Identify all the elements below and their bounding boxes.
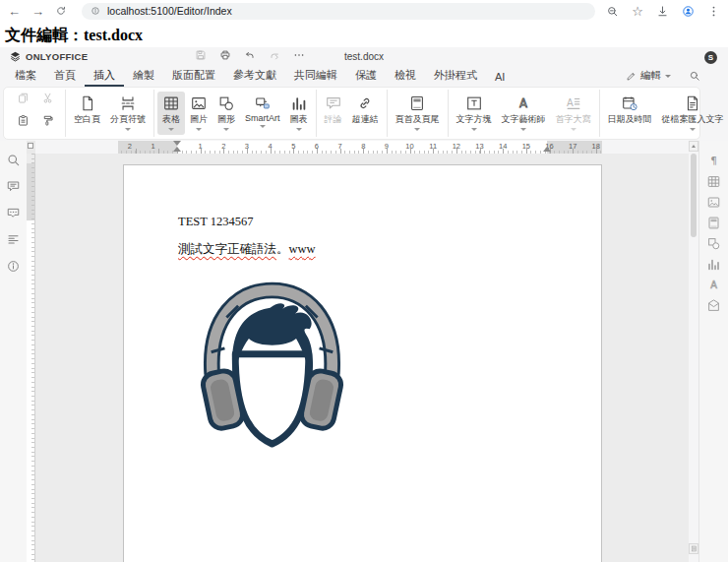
user-avatar[interactable]: S [704, 51, 717, 64]
paste-button[interactable] [15, 114, 31, 127]
ruler-number: 1 [142, 142, 165, 151]
page-title: 文件編輯：test.docx [0, 22, 728, 47]
toolbar-button[interactable]: 從檔案匯入文字 [657, 92, 728, 135]
scroll-up-button[interactable] [689, 141, 698, 152]
spellcheck-word: www [289, 242, 316, 256]
format-painter-button[interactable] [39, 114, 56, 127]
toolbar-button-icon [79, 94, 96, 112]
right-sidebar-icon[interactable] [706, 195, 721, 210]
ribbon-tab[interactable]: 檢視 [386, 65, 425, 87]
paragraph-1[interactable]: TEST 1234567 [178, 215, 254, 229]
ribbon-tab[interactable]: 版面配置 [163, 65, 224, 87]
toolbar-button-icon [356, 94, 374, 112]
right-sidebar-icon[interactable] [706, 154, 721, 168]
horizontal-ruler[interactable]: 21 123456789101112131415161718 [118, 141, 602, 154]
scrollbar-thumb[interactable] [691, 154, 697, 237]
ruler-number: 6 [305, 142, 329, 151]
right-sidebar-icon[interactable] [706, 216, 721, 230]
copy-button[interactable] [15, 92, 31, 104]
toolbar-button-icon [290, 94, 308, 112]
toolbar-button[interactable]: 日期及時間 [603, 92, 657, 135]
toolbar-button-icon [408, 94, 426, 112]
site-info-icon[interactable] [91, 6, 100, 16]
document-canvas[interactable]: TEST 1234567 測試文字正確語法。www [35, 154, 689, 562]
ruler-number: 2 [212, 142, 235, 151]
right-sidebar-icon[interactable] [706, 236, 721, 251]
toolbar-button[interactable]: 文字藝術師 [497, 92, 551, 135]
toolbar-button-icon [515, 94, 532, 112]
ribbon-tab[interactable]: 檔案 [6, 65, 45, 87]
cut-button[interactable] [39, 92, 56, 104]
ruler-number: 5 [281, 142, 305, 151]
reload-icon[interactable] [55, 5, 67, 17]
paragraph-2[interactable]: 測試文字正確語法。www [178, 241, 316, 258]
right-indent-marker[interactable] [543, 147, 551, 152]
toolbar-button[interactable]: 表格 [157, 92, 185, 135]
chevron-down-icon [665, 75, 671, 81]
toolbar-button[interactable]: 評論 [320, 92, 347, 135]
left-sidebar-icon[interactable] [6, 206, 21, 220]
ribbon-tab[interactable]: 參考文獻 [224, 65, 285, 87]
print-icon[interactable] [219, 49, 231, 61]
hanging-indent-marker[interactable] [173, 147, 181, 152]
ruler-number: 8 [351, 142, 375, 151]
editor-header: ONLYOFFICE test.docx S [0, 47, 728, 66]
right-sidebar-icon[interactable] [706, 174, 721, 189]
toolbar-button-icon [621, 94, 638, 112]
redo-icon[interactable] [269, 49, 280, 61]
headphones-man-image[interactable] [195, 279, 349, 455]
toolbar-button[interactable]: 圖表 [285, 92, 313, 135]
address-bar[interactable]: localhost:5100/Editor/Index [82, 3, 595, 20]
toolbar-button[interactable]: SmartArt [240, 92, 285, 135]
toolbar-button[interactable]: 圖片 [185, 92, 212, 135]
profile-avatar-icon[interactable] [682, 5, 695, 18]
editing-mode-selector[interactable]: 編輯 [626, 69, 671, 83]
first-line-indent-marker[interactable] [173, 141, 181, 146]
toolbar-button[interactable]: 文字方塊 [452, 92, 497, 135]
toolbar-button-icon [254, 94, 272, 112]
browser-menu-icon[interactable] [707, 5, 720, 18]
left-sidebar-icon[interactable] [6, 179, 21, 194]
download-icon[interactable] [656, 5, 669, 18]
toolbar-button-icon [325, 94, 342, 112]
right-sidebar-icon[interactable] [706, 257, 721, 272]
url-text: localhost:5100/Editor/Index [107, 5, 232, 17]
toolbar-button[interactable]: 首字大寫 [551, 92, 596, 135]
customize-quick-access-icon[interactable] [293, 49, 305, 61]
undo-icon[interactable] [244, 49, 256, 61]
ribbon-tab[interactable]: 共同編輯 [285, 65, 346, 87]
bookmark-star-icon[interactable]: ☆ [632, 5, 643, 18]
toolbar-button[interactable]: 圖形 [212, 92, 240, 135]
toolbar-button-icon [162, 94, 180, 112]
editor-search-icon[interactable] [689, 70, 700, 82]
toolbar-button[interactable]: 超連結 [347, 92, 384, 135]
forward-icon[interactable]: → [31, 5, 44, 18]
vertical-scrollbar[interactable] [689, 141, 698, 562]
left-sidebar-icon[interactable] [6, 153, 21, 167]
ribbon-tab[interactable]: AI [486, 68, 514, 87]
page-navigation-button[interactable] [689, 543, 698, 554]
zoom-out-icon[interactable] [606, 5, 619, 18]
left-sidebar-icon[interactable] [6, 232, 21, 247]
toolbar-button[interactable]: 空白頁 [69, 92, 105, 135]
ribbon-tab[interactable]: 插入 [85, 65, 124, 87]
back-icon[interactable]: ← [8, 5, 21, 18]
ribbon-tabs: 檔案首頁插入繪製版面配置參考文獻共同編輯保護檢視外掛程式AI [0, 66, 728, 87]
tab-stop-selector[interactable] [27, 141, 35, 154]
toolbar-button[interactable]: 頁首及頁尾 [391, 92, 445, 135]
left-sidebar [0, 141, 27, 562]
ribbon-tab[interactable]: 外掛程式 [425, 65, 486, 87]
document-page[interactable]: TEST 1234567 測試文字正確語法。www [123, 164, 602, 562]
toolbar-button[interactable]: 分頁符號 [105, 92, 151, 135]
ruler-number: 9 [375, 142, 398, 151]
left-sidebar-icon[interactable] [6, 259, 21, 274]
right-sidebar-icon[interactable] [706, 278, 721, 292]
onlyoffice-editor: ONLYOFFICE test.docx S 檔案首頁插入繪製版面配置參考文獻共… [0, 47, 728, 562]
save-icon[interactable] [195, 49, 207, 61]
ribbon-tab[interactable]: 保護 [346, 65, 386, 87]
ribbon-tab[interactable]: 繪製 [124, 65, 163, 87]
ruler-number: 7 [329, 142, 352, 151]
right-sidebar-icon[interactable] [706, 298, 721, 313]
vertical-ruler[interactable] [27, 154, 35, 562]
ribbon-tab[interactable]: 首頁 [45, 65, 85, 87]
